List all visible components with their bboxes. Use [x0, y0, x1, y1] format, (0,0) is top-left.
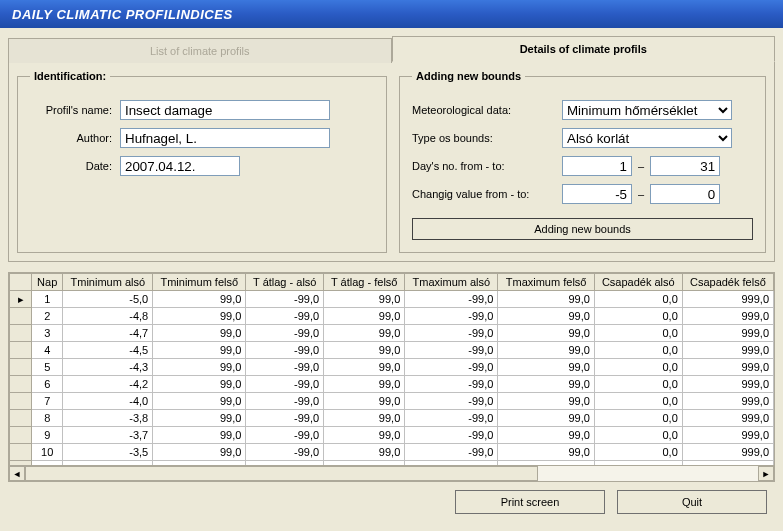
scroll-left-button[interactable]: ◄ — [9, 466, 25, 481]
cell[interactable]: -3,5 — [63, 444, 153, 461]
cell[interactable]: 99,0 — [498, 342, 594, 359]
col-header[interactable]: T átlag - alsó — [246, 274, 324, 291]
met-data-select[interactable]: Minimum hőmérséklet — [562, 100, 732, 120]
cell[interactable]: 99,0 — [153, 376, 246, 393]
change-from-input[interactable] — [562, 184, 632, 204]
cell-nap[interactable]: 3 — [32, 325, 63, 342]
data-grid[interactable]: Nap Tminimum alsó Tminimum felső T átlag… — [8, 272, 775, 482]
cell[interactable]: 99,0 — [498, 410, 594, 427]
cell[interactable]: 999,0 — [682, 342, 773, 359]
cell[interactable]: 99,0 — [153, 393, 246, 410]
row-selector[interactable] — [10, 444, 32, 461]
table-row[interactable]: 6-4,299,0-99,099,0-99,099,00,0999,0 — [10, 376, 774, 393]
cell[interactable]: -99,0 — [246, 444, 324, 461]
col-header[interactable]: Tminimum felső — [153, 274, 246, 291]
cell[interactable]: 0,0 — [594, 308, 682, 325]
cell[interactable]: 99,0 — [498, 325, 594, 342]
cell[interactable]: 0,0 — [594, 393, 682, 410]
cell[interactable]: 99,0 — [153, 291, 246, 308]
print-screen-button[interactable]: Print screen — [455, 490, 605, 514]
cell[interactable]: 99,0 — [153, 342, 246, 359]
cell-nap[interactable]: 6 — [32, 376, 63, 393]
cell[interactable]: -99,0 — [246, 308, 324, 325]
cell[interactable]: 99,0 — [153, 410, 246, 427]
scroll-right-button[interactable]: ► — [758, 466, 774, 481]
change-to-input[interactable] — [650, 184, 720, 204]
cell[interactable]: 99,0 — [153, 359, 246, 376]
cell[interactable]: -99,0 — [246, 393, 324, 410]
cell[interactable]: -99,0 — [246, 291, 324, 308]
cell[interactable]: 99,0 — [324, 342, 405, 359]
cell[interactable]: -99,0 — [405, 308, 498, 325]
cell[interactable]: -99,0 — [246, 342, 324, 359]
col-header[interactable]: Tmaximum alsó — [405, 274, 498, 291]
cell[interactable]: 99,0 — [324, 308, 405, 325]
cell[interactable]: -4,3 — [63, 359, 153, 376]
cell[interactable]: -99,0 — [405, 291, 498, 308]
cell[interactable]: 99,0 — [324, 359, 405, 376]
cell[interactable]: 99,0 — [498, 308, 594, 325]
cell[interactable]: 0,0 — [594, 342, 682, 359]
cell[interactable]: 0,0 — [594, 427, 682, 444]
cell[interactable]: 99,0 — [153, 325, 246, 342]
cell[interactable]: 99,0 — [324, 444, 405, 461]
table-row[interactable]: 7-4,099,0-99,099,0-99,099,00,0999,0 — [10, 393, 774, 410]
cell[interactable]: -99,0 — [405, 410, 498, 427]
cell[interactable]: -99,0 — [405, 376, 498, 393]
cell[interactable]: 0,0 — [594, 444, 682, 461]
cell[interactable]: 999,0 — [682, 291, 773, 308]
cell[interactable]: 99,0 — [498, 376, 594, 393]
row-selector[interactable] — [10, 376, 32, 393]
row-selector[interactable] — [10, 410, 32, 427]
cell[interactable]: 0,0 — [594, 291, 682, 308]
cell[interactable]: -99,0 — [405, 427, 498, 444]
cell[interactable]: -3,8 — [63, 410, 153, 427]
col-header[interactable]: Csapadék felső — [682, 274, 773, 291]
cell[interactable]: 0,0 — [594, 410, 682, 427]
cell[interactable]: -4,8 — [63, 308, 153, 325]
col-header[interactable]: T átlag - felső — [324, 274, 405, 291]
cell[interactable]: 999,0 — [682, 359, 773, 376]
cell[interactable]: 99,0 — [498, 393, 594, 410]
quit-button[interactable]: Quit — [617, 490, 767, 514]
row-selector[interactable] — [10, 359, 32, 376]
cell[interactable]: 99,0 — [324, 291, 405, 308]
add-bounds-button[interactable]: Adding new bounds — [412, 218, 753, 240]
cell[interactable]: 99,0 — [498, 427, 594, 444]
table-row[interactable]: 3-4,799,0-99,099,0-99,099,00,0999,0 — [10, 325, 774, 342]
scroll-track[interactable] — [25, 466, 758, 481]
cell[interactable]: -4,7 — [63, 325, 153, 342]
table-row[interactable]: 10-3,599,0-99,099,0-99,099,00,0999,0 — [10, 444, 774, 461]
cell[interactable]: -99,0 — [405, 342, 498, 359]
cell[interactable]: -99,0 — [246, 427, 324, 444]
row-selector[interactable] — [10, 342, 32, 359]
cell[interactable]: 99,0 — [153, 427, 246, 444]
table-row[interactable]: ▸1-5,099,0-99,099,0-99,099,00,0999,0 — [10, 291, 774, 308]
cell[interactable]: -99,0 — [246, 376, 324, 393]
table-row[interactable]: 5-4,399,0-99,099,0-99,099,00,0999,0 — [10, 359, 774, 376]
cell[interactable]: 0,0 — [594, 359, 682, 376]
cell[interactable]: 99,0 — [153, 444, 246, 461]
table-row[interactable]: 8-3,899,0-99,099,0-99,099,00,0999,0 — [10, 410, 774, 427]
cell-nap[interactable]: 8 — [32, 410, 63, 427]
cell[interactable]: 99,0 — [324, 393, 405, 410]
cell[interactable]: 999,0 — [682, 325, 773, 342]
cell-nap[interactable]: 7 — [32, 393, 63, 410]
col-header[interactable]: Tmaximum felső — [498, 274, 594, 291]
cell[interactable]: 99,0 — [498, 291, 594, 308]
cell[interactable]: 99,0 — [324, 376, 405, 393]
table-row[interactable]: 4-4,599,0-99,099,0-99,099,00,0999,0 — [10, 342, 774, 359]
cell[interactable]: 0,0 — [594, 376, 682, 393]
row-selector[interactable] — [10, 325, 32, 342]
cell-nap[interactable]: 10 — [32, 444, 63, 461]
cell[interactable]: 99,0 — [324, 410, 405, 427]
cell[interactable]: -99,0 — [405, 359, 498, 376]
cell[interactable]: -3,7 — [63, 427, 153, 444]
cell[interactable]: 99,0 — [498, 359, 594, 376]
cell[interactable]: 999,0 — [682, 427, 773, 444]
cell[interactable]: -99,0 — [405, 393, 498, 410]
cell[interactable]: 99,0 — [324, 325, 405, 342]
cell[interactable]: 999,0 — [682, 308, 773, 325]
cell[interactable]: -99,0 — [405, 444, 498, 461]
cell[interactable]: -4,0 — [63, 393, 153, 410]
